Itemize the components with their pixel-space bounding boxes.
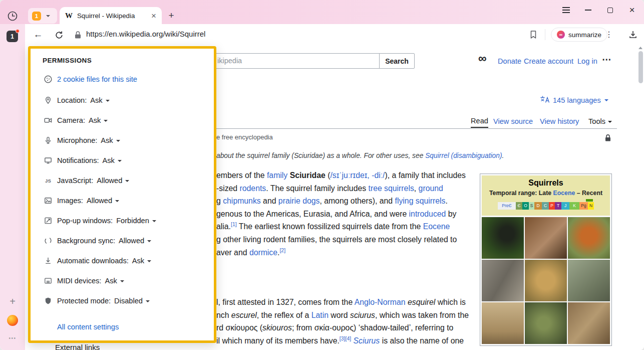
history-clock-icon[interactable] xyxy=(7,10,19,22)
link[interactable]: prairie dogs xyxy=(278,197,320,205)
tab-read[interactable]: Read xyxy=(471,115,488,128)
permission-value: Allowed xyxy=(87,197,112,205)
link[interactable]: Anglo-Norman xyxy=(355,298,406,306)
summarize-button[interactable]: ∞ summarize xyxy=(551,28,607,42)
appearance-icon[interactable]: ∞ xyxy=(478,52,486,65)
timeline-segment[interactable]: D xyxy=(534,202,542,210)
link[interactable]: [2] xyxy=(279,247,285,253)
wikipedia-favicon: W xyxy=(65,12,73,20)
link[interactable]: Latin xyxy=(311,311,329,319)
link[interactable]: Eocene xyxy=(423,222,450,231)
timeline-segment[interactable]: S xyxy=(529,202,534,210)
close-window-icon[interactable]: × xyxy=(627,6,637,15)
donate-link[interactable]: Donate xyxy=(498,57,521,65)
link[interactable]: introduced xyxy=(409,210,446,218)
user-menu-ellipsis-icon[interactable]: ⋯ xyxy=(602,54,611,65)
timeline-segment[interactable]: P xyxy=(549,202,555,210)
infobox-photo[interactable] xyxy=(482,217,524,259)
new-tab-button[interactable]: + xyxy=(166,10,177,21)
login-link[interactable]: Log in xyxy=(577,57,597,65)
reload-icon[interactable] xyxy=(54,30,64,40)
article-line: g other living rodent families, the squi… xyxy=(216,233,466,246)
tab-tools[interactable]: Tools xyxy=(588,115,612,128)
timeline-segment[interactable]: T xyxy=(555,202,561,210)
link[interactable]: family xyxy=(267,171,287,180)
permission-dropdown[interactable]: Ask xyxy=(103,156,122,164)
close-tab-icon[interactable]: × xyxy=(151,12,156,20)
timeline-segment[interactable]: J xyxy=(561,202,569,210)
address-bar[interactable]: https://en.wikipedia.org/wiki/Squirrel xyxy=(86,30,205,38)
kebab-menu-icon[interactable]: ⋮ xyxy=(605,29,613,41)
link[interactable]: Squirrel (disambiguation) xyxy=(425,152,502,159)
permission-dropdown[interactable]: Allowed xyxy=(97,177,129,185)
infobox-photo[interactable] xyxy=(525,260,567,301)
tab-group-button[interactable]: 1 xyxy=(28,8,57,24)
link[interactable]: Sciurus xyxy=(354,336,380,345)
link[interactable]: Eocene xyxy=(553,190,575,197)
permission-dropdown[interactable]: Ask xyxy=(105,277,124,285)
link[interactable]: chipmunks xyxy=(223,197,261,205)
infobox-photo[interactable] xyxy=(568,260,610,301)
link[interactable]: ground xyxy=(419,184,443,193)
link[interactable]: rodents xyxy=(240,184,266,193)
permission-value: Disabled xyxy=(114,297,143,305)
timeline-segment[interactable]: N xyxy=(588,202,594,210)
timeline-segment[interactable]: O xyxy=(522,202,529,210)
permission-dropdown[interactable]: Allowed xyxy=(87,197,119,205)
sidebar-add-button[interactable]: + xyxy=(7,296,19,308)
infobox-photo[interactable] xyxy=(568,217,610,259)
permission-dropdown[interactable]: Ask xyxy=(132,257,151,265)
menu-icon[interactable] xyxy=(561,6,571,15)
permission-dropdown[interactable]: Disabled xyxy=(114,297,150,305)
tab-count-badge[interactable]: 1 xyxy=(7,31,18,42)
tab-view-history[interactable]: View history xyxy=(540,115,579,128)
permission-dropdown[interactable]: Allowed xyxy=(119,237,151,245)
permission-dropdown[interactable]: Ask xyxy=(89,116,108,124)
protected-mode-shield-icon xyxy=(44,297,53,305)
infobox-photo[interactable] xyxy=(525,217,567,259)
chevron-down-icon xyxy=(46,15,50,17)
browser-tab[interactable]: W Squirrel - Wikipedia × xyxy=(60,7,162,24)
toc-external-links[interactable]: External links xyxy=(55,343,100,350)
text-segment: , which was taken from the xyxy=(375,311,469,319)
sidebar-more-icon[interactable]: ••• xyxy=(6,335,19,341)
site-info-lock-icon[interactable] xyxy=(74,31,82,39)
link[interactable]: /sɪˈjuːrɪdeɪ, -diː/ xyxy=(330,171,385,180)
timeline-segment[interactable]: K xyxy=(569,202,579,210)
timeline-segment[interactable]: Є xyxy=(516,202,522,210)
timeline-segment[interactable]: PreЄ xyxy=(498,202,516,210)
back-icon[interactable]: ← xyxy=(32,28,44,41)
link[interactable]: flying squirrels xyxy=(395,197,446,205)
permission-dropdown[interactable]: Ask xyxy=(90,96,109,104)
cookie-files-link[interactable]: 2 cookie files for this site xyxy=(57,75,137,83)
infobox-photo[interactable] xyxy=(482,260,524,301)
link[interactable]: tree squirrels xyxy=(369,184,414,193)
create-account-link[interactable]: Create account xyxy=(524,57,573,65)
browser-logo-icon[interactable] xyxy=(7,315,18,326)
permission-dropdown[interactable]: Ask xyxy=(101,136,120,144)
timeline-segment[interactable]: C xyxy=(542,202,549,210)
infobox-photo[interactable] xyxy=(525,302,567,344)
link[interactable]: [3][4] xyxy=(340,335,351,341)
temporal-range-marker xyxy=(586,199,593,202)
infobox-photo[interactable] xyxy=(482,302,524,344)
search-button[interactable]: Search xyxy=(379,53,415,69)
tab-view-source[interactable]: View source xyxy=(493,115,533,128)
timeline-segment[interactable]: Pg xyxy=(579,202,588,210)
scrollbar-thumb[interactable] xyxy=(638,51,643,83)
chevron-down-icon xyxy=(115,200,119,202)
minimize-icon[interactable] xyxy=(583,6,593,15)
link[interactable]: [1] xyxy=(231,221,237,227)
all-content-settings-link[interactable]: All content settings xyxy=(57,323,214,331)
link[interactable]: dormice xyxy=(249,248,277,257)
article-paragraph: embers of the family Sciuridae (/sɪˈjuːr… xyxy=(216,169,466,259)
languages-button[interactable]: 145 languages xyxy=(540,95,608,105)
text-segment: skiouros xyxy=(262,323,292,332)
scrollbar[interactable] xyxy=(637,45,644,350)
bookmark-icon[interactable] xyxy=(528,30,538,40)
download-icon[interactable] xyxy=(628,30,638,40)
scroll-up-icon[interactable] xyxy=(638,47,642,49)
permission-dropdown[interactable]: Forbidden xyxy=(116,217,156,225)
infobox-photo[interactable] xyxy=(568,302,610,344)
maximize-icon[interactable] xyxy=(605,6,615,15)
